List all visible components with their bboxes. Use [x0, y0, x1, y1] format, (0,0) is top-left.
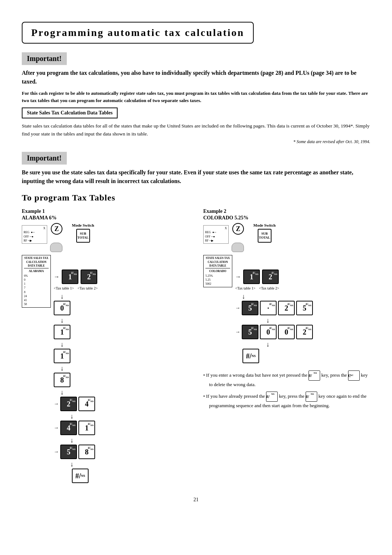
key-2-table2-ex2: 2#/NS: [262, 270, 279, 284]
inline-key-ns-1: #/NS: [309, 370, 320, 381]
inline-key-c-1: CCAC: [348, 370, 360, 381]
cashier-shape-1: [50, 243, 62, 252]
key-0-a1: 0#/NS: [54, 301, 70, 315]
mode-switch-label-1: Mode Switch: [72, 223, 94, 227]
important-body-1b: For this cash register to be able to aut…: [22, 90, 370, 104]
key-1-a3: 1#/NS: [78, 421, 95, 435]
down-arrow-a6: ↓: [54, 413, 90, 420]
important-label-1: Important!: [22, 52, 67, 65]
tax-table-1-label: <Tax table 1>: [54, 286, 74, 290]
down-arrow-a1: ↓: [54, 293, 70, 300]
page-number: 21: [22, 497, 370, 503]
example-1-state: ALABAMA 6%: [22, 215, 189, 221]
note-2: • If you have already pressed the #/NS k…: [203, 392, 370, 410]
key-5-a1: 5#/NS: [60, 445, 77, 459]
down-arrow-a5: ↓: [54, 389, 70, 396]
down-arrow-a7: ↓: [54, 437, 90, 444]
key-5-b2: 5#/NS: [296, 301, 313, 315]
important-section-1: Important! After you program the tax cal…: [22, 52, 370, 145]
key-8-a2: 8#/NS: [78, 445, 95, 459]
key-final-ns-2: #/NS: [242, 349, 259, 363]
key-2-table2: 2#/NS: [81, 270, 97, 284]
sub-total-key-2: SUBTOTAL: [258, 229, 271, 243]
arrow-from-table-58: →: [54, 449, 59, 455]
key-2-b2: 2#/NS: [296, 325, 313, 339]
key-2-b1: 2#/NS: [278, 301, 295, 315]
key-8-a1: 8#/NS: [54, 373, 70, 387]
key-4-a1: 4#/NS: [78, 397, 95, 411]
down-arrow-a3: ↓: [54, 341, 70, 348]
register-graphic-1: X REG ●─ OFF ─● RF ─▶ Z: [22, 223, 69, 252]
down-arrow-a2: ↓: [54, 317, 70, 324]
tax-table-2-label: <Tax table 2>: [78, 286, 98, 290]
arrow-from-table-5002: →: [235, 329, 240, 335]
register-graphic-2: X REG ●─ OFF ─● RF ─▶ Z: [203, 223, 250, 252]
arrow-right-2: →: [235, 274, 241, 280]
example-2-diagram: X REG ●─ OFF ─● RF ─▶ Z Mode Switch SUB: [203, 223, 370, 252]
example-1-table-keys: STATE SALES TAXCALCULATIONDATA TABLE ALA…: [22, 255, 189, 483]
tax-table-2-label-ex2: <Tax table 2>: [259, 286, 279, 290]
example-1-label: Example 1: [22, 208, 189, 214]
notes-section: • If you enter a wrong data but have not…: [203, 370, 370, 410]
section-title: To program Tax Tables: [22, 193, 370, 203]
down-arrow-b3: ↓: [235, 341, 301, 348]
key-5-b1: 5#/NS: [242, 301, 258, 315]
key-1-a2: 1#/NS: [54, 349, 70, 363]
page-container: Programming automatic tax calculation Im…: [22, 15, 370, 503]
key-0-b2: 0#/NS: [278, 325, 295, 339]
key-4-a2: 4#/NS: [60, 421, 77, 435]
key-final-ns-1: #/NS: [72, 469, 89, 483]
important-body-2: Be sure you use the state sales tax data…: [22, 168, 370, 186]
down-arrow-a8: ↓: [54, 461, 90, 468]
footnote: * Some data are revised after Oct. 30, 1…: [22, 139, 370, 145]
page-title: Programming automatic tax calculation: [22, 22, 254, 44]
example-2-table-keys: STATE SALES TAXCALCULATIONDATA TABLE COL…: [203, 255, 370, 363]
sub-total-key-1: SUBTOTAL: [76, 229, 90, 243]
important-section-2: Important! Be sure you use the state sal…: [22, 152, 370, 186]
z-key-circle-2: Z: [232, 223, 244, 235]
example-1-col: Example 1 ALABAMA 6% X REG ●─ OFF ─● RF …: [22, 208, 189, 486]
arrow-from-table-525: →: [235, 305, 240, 311]
note-1: • If you enter a wrong data but have not…: [203, 370, 370, 389]
down-arrow-b2: ↓: [235, 317, 301, 324]
z-key-circle-1: Z: [51, 223, 62, 235]
arrow-right-1: →: [54, 274, 60, 280]
examples-row: Example 1 ALABAMA 6% X REG ●─ OFF ─● RF …: [22, 208, 370, 486]
tax-table-mini-1: STATE SALES TAXCALCULATIONDATA TABLE ALA…: [22, 255, 51, 308]
key-1-table1-ex2: 1#/NS: [243, 270, 260, 284]
arrow-from-table-41: →: [54, 425, 59, 431]
key-dot-b1: ·#/NS: [260, 301, 277, 315]
arrow-from-table-24: →: [54, 401, 59, 407]
example-1-diagram: X REG ●─ OFF ─● RF ─▶ Z Mode: [22, 223, 189, 252]
key-5-b3: 5#/NS: [242, 325, 258, 339]
cashier-shape-2: [232, 243, 244, 252]
state-tax-description: State sales tax calculation data tables …: [22, 122, 370, 138]
inline-key-ns-3: #/NS: [306, 392, 317, 402]
key-1-table1: 1#/NS: [62, 270, 78, 284]
data-table-box: State Sales Tax Calculation Data Tables: [22, 108, 118, 118]
example-2-state: COLORADO 5.25%: [203, 215, 370, 221]
key-2-a1: 2#/NS: [60, 397, 77, 411]
down-arrow-a4: ↓: [54, 365, 70, 372]
key-1-a1: 1#/NS: [54, 325, 70, 339]
tax-table-mini-2: STATE SALES TAXCALCULATIONDATA TABLE COL…: [203, 255, 232, 287]
example-2-label: Example 2: [203, 208, 370, 214]
mode-switch-label-2: Mode Switch: [253, 223, 275, 227]
key-0-b1: 0#/NS: [260, 325, 277, 339]
tax-table-1-label-ex2: <Tax table 1>: [235, 286, 256, 290]
important-label-2: Important!: [22, 152, 67, 165]
inline-key-ns-2: #/NS: [266, 392, 278, 402]
example-2-col: Example 2 COLORADO 5.25% X REG ●─ OFF ─●…: [203, 208, 370, 486]
important-body-1a: After you program the tax calculations, …: [22, 69, 370, 86]
down-arrow-b1: ↓: [235, 293, 252, 300]
